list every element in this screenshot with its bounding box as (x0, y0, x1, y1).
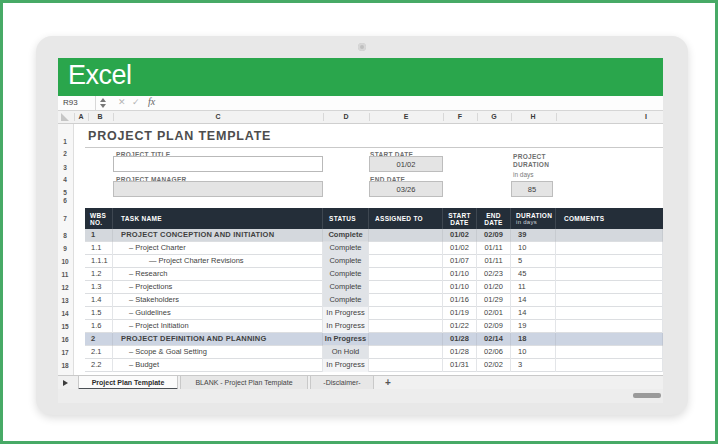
tab-blank-project-plan-template[interactable]: BLANK - Project Plan Template (180, 376, 308, 390)
cell-comments (556, 307, 663, 320)
project-duration-value: 85 (511, 181, 553, 197)
header-status[interactable]: STATUS (323, 208, 369, 229)
row-number: 16 (58, 336, 72, 343)
cell-status: In Progress (323, 320, 369, 333)
cell-task: – Project Initiation (113, 320, 323, 333)
cell-end: 02/14 (477, 333, 511, 346)
column-separator (443, 113, 444, 121)
header-duration-sublabel: in days (516, 219, 555, 226)
tab-project-plan-template[interactable]: Project Plan Template (78, 376, 178, 390)
end-date-value[interactable]: 03/26 (369, 181, 443, 197)
cell-end: 02/01 (477, 307, 511, 320)
header-task[interactable]: TASK NAME (113, 208, 323, 229)
select-all-corner[interactable] (61, 113, 69, 121)
cell-duration: 14 (511, 294, 556, 307)
column-header-strip: A B C D E F G H I (58, 111, 663, 124)
add-sheet-button[interactable]: + (385, 377, 391, 388)
column-header-c[interactable]: C (215, 113, 220, 120)
cell-comments (556, 346, 663, 359)
cell-assigned (369, 333, 443, 346)
project-duration-label: PROJECT DURATION (513, 153, 555, 169)
table-row[interactable]: 1.4 – Stakeholders Complete 01/16 01/29 … (85, 294, 663, 307)
table-row[interactable]: 2.1 – Scope & Goal Setting On Hold 01/28… (85, 346, 663, 359)
header-duration[interactable]: DURATIONin days (511, 208, 556, 229)
cell-task: – Budget (113, 359, 323, 372)
column-header-i[interactable]: I (645, 113, 647, 120)
row-number: 13 (58, 297, 72, 304)
table-header-row: WBS NO. TASK NAME STATUS ASSIGNED TO STA… (85, 208, 663, 229)
row-number: 2 (58, 150, 72, 157)
cell-task: – Research (113, 268, 323, 281)
cell-end: 02/02 (477, 359, 511, 372)
table-row-section-2[interactable]: 2 PROJECT DEFINITION AND PLANNING In Pro… (85, 333, 663, 346)
cell-start: 01/07 (443, 255, 477, 268)
row-number: 9 (58, 245, 72, 252)
cell-start: 01/19 (443, 307, 477, 320)
table-row[interactable]: 1.1.1 — Project Charter Revisions Comple… (85, 255, 663, 268)
column-header-a[interactable]: A (78, 113, 83, 120)
row-number: 11 (58, 271, 72, 278)
fx-icon[interactable]: fx (148, 96, 155, 107)
column-header-f[interactable]: F (458, 113, 462, 120)
column-separator (556, 113, 557, 121)
table-row[interactable]: 1.6 – Project Initiation In Progress 01/… (85, 320, 663, 333)
project-manager-input[interactable] (113, 181, 323, 197)
cell-task: – Stakeholders (113, 294, 323, 307)
cell-status: Complete (323, 294, 369, 307)
cell-assigned (369, 255, 443, 268)
column-header-d[interactable]: D (343, 113, 348, 120)
table-row-section-1[interactable]: 1 PROJECT CONCEPTION AND INITIATION Comp… (85, 229, 663, 242)
column-header-h[interactable]: H (530, 113, 535, 120)
column-separator (511, 113, 512, 121)
page-title: PROJECT PLAN TEMPLATE (88, 129, 271, 143)
table-row[interactable]: 1.1 – Project Charter Complete 01/02 01/… (85, 242, 663, 255)
row-number: 4 (58, 176, 72, 183)
table-row[interactable]: 2.2 – Budget In Progress 01/31 02/02 3 (85, 359, 663, 372)
cell-task: – Project Charter (113, 242, 323, 255)
header-assigned-to[interactable]: ASSIGNED TO (369, 208, 443, 229)
cell-duration: 18 (511, 333, 556, 346)
cell-duration: 19 (511, 320, 556, 333)
start-date-value[interactable]: 01/02 (369, 156, 443, 172)
table-row[interactable]: 1.5 – Guidelines In Progress 01/19 02/01… (85, 307, 663, 320)
cell-assigned (369, 281, 443, 294)
name-box[interactable]: R93 (58, 96, 96, 110)
column-separator (74, 113, 75, 121)
table-row[interactable]: 1.3 – Projections Complete 01/10 01/20 1… (85, 281, 663, 294)
column-header-e[interactable]: E (404, 113, 409, 120)
project-title-input[interactable] (113, 156, 323, 172)
cell-end: 01/11 (477, 242, 511, 255)
cell-status: In Progress (323, 333, 369, 346)
app-title: Excel (68, 60, 132, 91)
cell-comments (556, 268, 663, 281)
header-wbs[interactable]: WBS NO. (85, 208, 113, 229)
header-comments[interactable]: COMMENTS (556, 208, 663, 229)
row-number: 6 (58, 197, 72, 204)
table-row[interactable]: 1.2 – Research Complete 01/10 02/23 45 (85, 268, 663, 281)
header-end-date[interactable]: END DATE (477, 208, 511, 229)
enter-icon[interactable]: ✓ (132, 97, 140, 107)
column-header-b[interactable]: B (97, 113, 102, 120)
name-box-spinner-icon[interactable] (100, 98, 106, 108)
row-number: 18 (58, 362, 72, 369)
cell-status: Complete (323, 281, 369, 294)
cell-status: On Hold (323, 346, 369, 359)
formula-input[interactable] (163, 96, 663, 110)
sheet-nav-arrow-icon[interactable] (63, 380, 68, 386)
cell-task: – Projections (113, 281, 323, 294)
horizontal-scrollbar[interactable] (633, 393, 661, 398)
row-number: 17 (58, 349, 72, 356)
cell-assigned (369, 242, 443, 255)
column-header-g[interactable]: G (491, 113, 496, 120)
cell-start: 01/02 (443, 242, 477, 255)
cell-start: 01/10 (443, 281, 477, 294)
webcam-icon (358, 43, 366, 51)
cell-wbs: 2.2 (85, 359, 113, 372)
cell-assigned (369, 294, 443, 307)
cancel-icon[interactable]: ✕ (118, 97, 126, 107)
sheet-grid: 1 2 3 4 5 6 7 8 9 10 11 12 13 14 15 16 1… (58, 124, 663, 375)
row-number: 3 (58, 164, 72, 171)
tab-disclaimer[interactable]: -Disclaimer- (310, 376, 374, 390)
header-start-date[interactable]: START DATE (443, 208, 477, 229)
row-number: 14 (58, 310, 72, 317)
